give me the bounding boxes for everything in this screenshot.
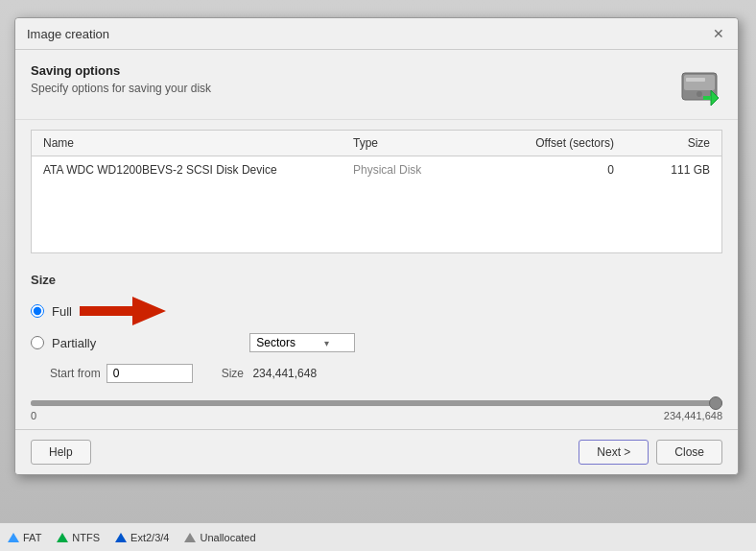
table-body: ATA WDC WD1200BEVS-2 SCSI Disk Device Ph… xyxy=(32,156,721,252)
slider-thumb[interactable] xyxy=(709,396,722,410)
full-label: Full xyxy=(52,304,72,319)
svg-rect-3 xyxy=(686,78,705,82)
saving-options-title: Saving options xyxy=(31,63,211,78)
partially-radio[interactable] xyxy=(31,336,44,349)
disk-icon xyxy=(676,63,722,109)
dropdown-chevron-icon: ▾ xyxy=(324,338,329,348)
table-row[interactable]: ATA WDC WD1200BEVS-2 SCSI Disk Device Ph… xyxy=(32,156,721,183)
row-type: Physical Disk xyxy=(349,161,484,179)
slider-min-label: 0 xyxy=(31,410,36,421)
ext-label: Ext2/3/4 xyxy=(130,532,169,543)
row-name: ATA WDC WD1200BEVS-2 SCSI Disk Device xyxy=(39,161,349,179)
status-bar: FAT NTFS Ext2/3/4 Unallocated xyxy=(0,522,756,551)
range-inputs: Start from Size 234,441,648 xyxy=(50,364,722,383)
slider-labels: 0 234,441,648 xyxy=(31,410,722,421)
status-ext: Ext2/3/4 xyxy=(115,532,169,543)
status-ntfs: NTFS xyxy=(57,532,100,543)
full-radio[interactable] xyxy=(31,304,44,318)
col-offset: Offset (sectors) xyxy=(484,134,618,152)
unallocated-icon xyxy=(184,533,196,542)
header-section: Saving options Specify options for savin… xyxy=(15,50,738,120)
close-icon-button[interactable]: ✕ xyxy=(709,24,728,43)
slider-track[interactable] xyxy=(31,400,722,406)
disk-table: Name Type Offset (sectors) Size ATA WDC … xyxy=(31,130,722,253)
ext-icon xyxy=(115,533,127,542)
status-fat: FAT xyxy=(8,532,41,543)
full-option-row: Full xyxy=(31,297,722,325)
image-creation-dialog: Image creation ✕ Saving options Specify … xyxy=(14,17,739,475)
red-arrow-icon xyxy=(80,297,166,325)
col-name: Name xyxy=(39,134,349,152)
size-label: Size xyxy=(31,273,722,287)
fat-icon xyxy=(8,533,19,542)
status-unallocated: Unallocated xyxy=(184,532,255,543)
size-field: Size 234,441,648 xyxy=(222,367,317,380)
close-button[interactable]: Close xyxy=(656,440,722,465)
slider-max-label: 234,441,648 xyxy=(664,410,722,421)
size-section: Size Full Partially xyxy=(15,263,738,393)
next-button[interactable]: Next > xyxy=(579,440,649,465)
dialog-title-bar: Image creation ✕ xyxy=(15,18,738,50)
partially-label: Partially xyxy=(52,336,96,350)
svg-rect-5 xyxy=(703,96,711,100)
ntfs-label: NTFS xyxy=(72,532,100,543)
unallocated-label: Unallocated xyxy=(200,532,255,543)
right-buttons: Next > Close xyxy=(579,440,722,465)
start-from-input[interactable] xyxy=(106,364,193,383)
fat-label: FAT xyxy=(23,532,41,543)
row-size: 111 GB xyxy=(618,161,714,179)
dialog-content: Saving options Specify options for savin… xyxy=(15,50,738,474)
button-bar: Help Next > Close xyxy=(15,429,738,474)
start-from-field: Start from xyxy=(50,364,193,383)
ntfs-icon xyxy=(57,533,68,542)
start-from-label: Start from xyxy=(50,367,101,380)
radio-group: Full Partially Sectors ▾ xyxy=(31,297,722,352)
svg-rect-1 xyxy=(684,75,715,90)
help-button[interactable]: Help xyxy=(31,440,91,465)
header-text: Saving options Specify options for savin… xyxy=(31,63,211,95)
size-field-label: Size xyxy=(222,367,244,380)
svg-point-2 xyxy=(697,91,702,97)
size-field-value: 234,441,648 xyxy=(249,367,317,380)
saving-options-desc: Specify options for saving your disk xyxy=(31,82,211,95)
slider-section: 0 234,441,648 xyxy=(31,400,722,421)
slider-fill xyxy=(31,400,722,406)
sectors-dropdown[interactable]: Sectors ▾ xyxy=(249,333,355,352)
col-size: Size xyxy=(618,134,714,152)
row-offset: 0 xyxy=(484,161,618,179)
col-type: Type xyxy=(349,134,484,152)
partially-option-row: Partially Sectors ▾ xyxy=(31,333,722,352)
svg-marker-6 xyxy=(80,297,166,325)
table-header: Name Type Offset (sectors) Size xyxy=(32,131,721,156)
sectors-dropdown-label: Sectors xyxy=(256,336,295,349)
dialog-title: Image creation xyxy=(27,27,109,41)
size-value-text: 234,441,648 xyxy=(252,367,317,380)
